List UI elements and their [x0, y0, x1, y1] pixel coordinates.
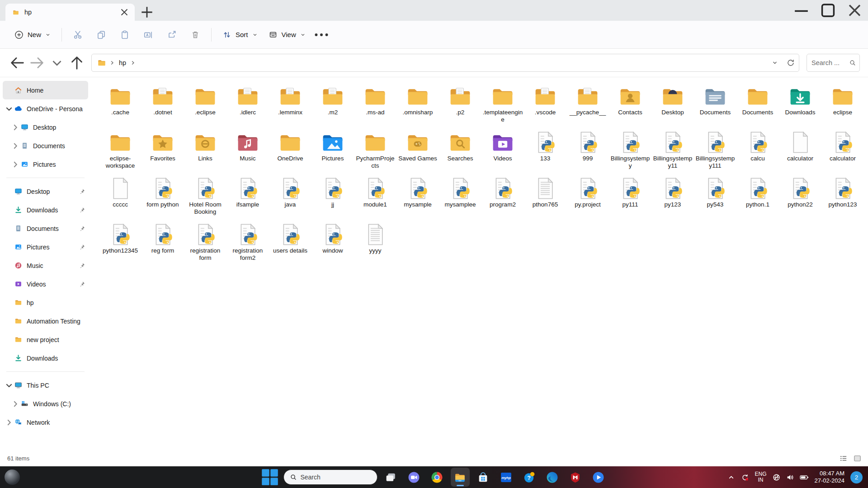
sidebar-item-automation-testing[interactable]: Automation Testing: [3, 312, 88, 330]
myhp-taskbar-button[interactable]: myhp: [497, 468, 516, 487]
minimize-button[interactable]: [788, 0, 815, 21]
explorer-tab[interactable]: hp: [5, 4, 135, 21]
file-item[interactable]: python.1: [736, 175, 779, 217]
weather-widget-icon[interactable]: [5, 469, 20, 485]
file-item[interactable]: eclipse-workspace: [99, 129, 142, 171]
file-item[interactable]: eclipse: [821, 83, 864, 125]
file-item[interactable]: .templateengine: [481, 83, 524, 125]
refresh-icon[interactable]: [786, 58, 795, 67]
view-button[interactable]: View: [263, 26, 311, 43]
notification-badge[interactable]: 2: [850, 471, 863, 483]
file-item[interactable]: ccccc: [99, 175, 142, 217]
file-item[interactable]: mysamplee: [439, 175, 481, 217]
file-item[interactable]: pthon765: [524, 175, 566, 217]
sidebar-item-new-project[interactable]: new project: [3, 330, 88, 349]
file-item[interactable]: .vscode: [524, 83, 566, 125]
file-item[interactable]: Documents: [694, 83, 736, 125]
get-help-taskbar-button[interactable]: ?: [520, 468, 539, 487]
sidebar-item-documents[interactable]: Documents: [3, 136, 88, 155]
hidden-icons-chevron[interactable]: [727, 474, 735, 481]
sidebar-item-documents[interactable]: Documents: [3, 219, 88, 238]
file-item[interactable]: Billingsystempy: [609, 129, 651, 171]
file-item[interactable]: Links: [184, 129, 226, 171]
file-item[interactable]: users details: [269, 221, 311, 263]
taskbar-search[interactable]: [283, 469, 377, 485]
sort-button[interactable]: Sort: [217, 26, 263, 43]
file-item[interactable]: program2: [481, 175, 524, 217]
file-item[interactable]: yyyy: [354, 221, 396, 263]
file-item[interactable]: py123: [651, 175, 694, 217]
up-button[interactable]: [68, 54, 86, 71]
file-item[interactable]: mysample: [396, 175, 439, 217]
file-item[interactable]: OneDrive: [269, 129, 311, 171]
file-item[interactable]: Documents: [736, 83, 779, 125]
file-item[interactable]: ifsample: [226, 175, 269, 217]
file-item[interactable]: Pictures: [311, 129, 354, 171]
file-item[interactable]: Favorites: [142, 129, 184, 171]
file-item[interactable]: py.project: [566, 175, 609, 217]
file-item[interactable]: Videos: [481, 129, 524, 171]
file-item[interactable]: reg form: [142, 221, 184, 263]
file-item[interactable]: py543: [694, 175, 736, 217]
edge-taskbar-button[interactable]: [543, 468, 562, 487]
file-item[interactable]: .eclipse: [184, 83, 226, 125]
file-item[interactable]: python123: [821, 175, 864, 217]
address-dropdown-icon[interactable]: [771, 59, 778, 66]
breadcrumb-segment[interactable]: hp: [118, 59, 127, 66]
task-view-taskbar-button[interactable]: [382, 468, 401, 487]
close-button[interactable]: [841, 0, 868, 21]
share-button[interactable]: [161, 25, 182, 44]
sidebar-item-pictures[interactable]: Pictures: [3, 238, 88, 256]
sidebar-item-home[interactable]: Home: [3, 81, 88, 99]
file-item[interactable]: module1: [354, 175, 396, 217]
sidebar-item-windows-c-[interactable]: Windows (C:): [3, 394, 88, 413]
file-item[interactable]: .idlerc: [226, 83, 269, 125]
chevron-right-icon[interactable]: [10, 161, 21, 168]
chevron-right-icon[interactable]: [10, 400, 21, 408]
sidebar-item-desktop[interactable]: Desktop: [3, 118, 88, 136]
sidebar-item-pictures[interactable]: Pictures: [3, 155, 88, 174]
file-item[interactable]: 133: [524, 129, 566, 171]
microsoft-store-taskbar-button[interactable]: [474, 468, 493, 487]
file-item[interactable]: Desktop: [651, 83, 694, 125]
large-icons-view-icon[interactable]: [853, 454, 862, 463]
clock[interactable]: 08:47 AM 27-02-2024: [815, 470, 845, 484]
file-item[interactable]: PycharmProjects: [354, 129, 396, 171]
file-item[interactable]: Music: [226, 129, 269, 171]
file-item[interactable]: form python: [142, 175, 184, 217]
teams-chat-taskbar-button[interactable]: [405, 468, 424, 487]
file-item[interactable]: Hotel Room Booking: [184, 175, 226, 217]
file-item[interactable]: Billingsystempy11: [651, 129, 694, 171]
file-item[interactable]: jj: [311, 175, 354, 217]
chevron-down-icon[interactable]: [4, 382, 14, 389]
file-item[interactable]: registration form2: [226, 221, 269, 263]
more-options-button[interactable]: [311, 25, 332, 44]
network-globe-icon[interactable]: [773, 474, 780, 481]
file-item[interactable]: py111: [609, 175, 651, 217]
chevron-down-icon[interactable]: [4, 105, 14, 113]
delete-button[interactable]: [185, 25, 206, 44]
chevron-right-icon[interactable]: [4, 419, 14, 426]
file-item[interactable]: Billingsystempy111: [694, 129, 736, 171]
file-item[interactable]: .cache: [99, 83, 142, 125]
copy-button[interactable]: [91, 25, 112, 44]
sidebar-item-network[interactable]: Network: [3, 413, 88, 432]
file-item[interactable]: .p2: [439, 83, 481, 125]
file-item[interactable]: Contacts: [609, 83, 651, 125]
sidebar-item-desktop[interactable]: Desktop: [3, 182, 88, 201]
sidebar-item-videos[interactable]: Videos: [3, 275, 88, 293]
sync-icon[interactable]: [741, 474, 749, 481]
paste-button[interactable]: [114, 25, 135, 44]
maximize-button[interactable]: [815, 0, 841, 21]
file-item[interactable]: Downloads: [779, 83, 821, 125]
details-view-icon[interactable]: [839, 454, 848, 463]
file-explorer-taskbar-button[interactable]: [451, 468, 470, 487]
file-item[interactable]: java: [269, 175, 311, 217]
file-item[interactable]: registration form: [184, 221, 226, 263]
sidebar-item-downloads[interactable]: Downloads: [3, 349, 88, 367]
taskbar-search-input[interactable]: [300, 474, 370, 481]
language-indicator[interactable]: ENG IN: [755, 471, 766, 483]
sidebar-item-downloads[interactable]: Downloads: [3, 201, 88, 219]
sidebar-item-this-pc[interactable]: This PC: [3, 376, 88, 394]
file-item[interactable]: .lemminx: [269, 83, 311, 125]
